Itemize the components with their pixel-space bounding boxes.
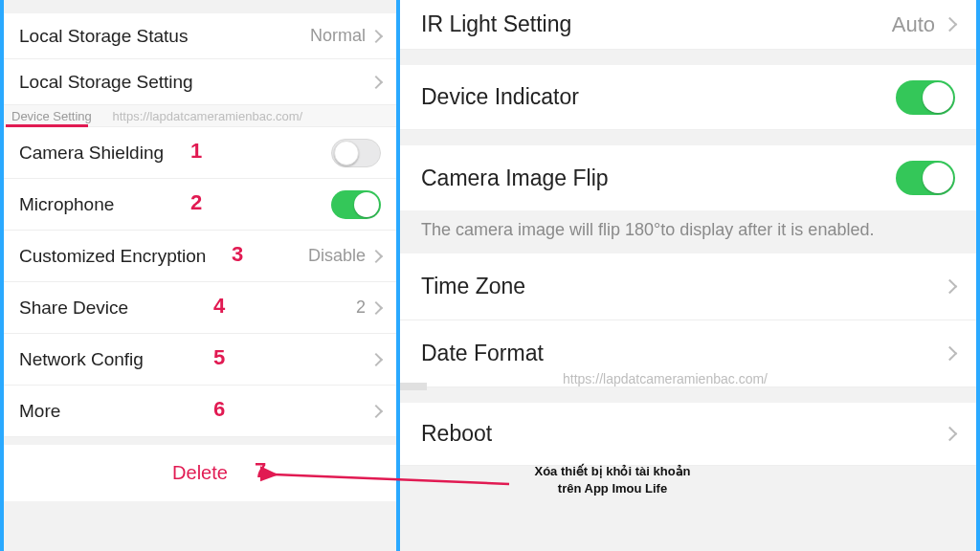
watermark-text: https://lapdatcameramienbac.com/ [112,109,302,123]
customized-encryption-label: Customized Encryption [19,246,206,267]
more-row[interactable]: More 6 [4,386,396,437]
camera-shielding-row[interactable]: Camera Shielding 1 [4,127,396,179]
gap [4,437,396,445]
network-config-row[interactable]: Network Config 5 [4,334,396,386]
date-format-label: Date Format [421,341,544,366]
annotation-number: 4 [213,294,225,319]
microphone-row[interactable]: Microphone 2 [4,179,396,231]
time-zone-row[interactable]: Time Zone [400,253,976,320]
gap [400,387,976,403]
annotation-line1: Xóa thiết bị khỏi tài khoản [534,464,690,478]
device-indicator-toggle[interactable] [896,80,955,115]
delete-button[interactable]: Delete 7 [4,445,396,501]
device-setting-section-header: Device Setting https://lapdatcameramienb… [4,105,396,127]
device-indicator-row[interactable]: Device Indicator [400,65,976,130]
chevron-right-icon [943,427,958,442]
annotation-number: 3 [232,242,243,267]
annotation-caption: Xóa thiết bị khỏi tài khoản trên App Imo… [507,463,718,496]
chevron-right-icon [943,17,958,33]
share-device-label: Share Device [19,298,128,319]
reboot-label: Reboot [421,421,492,447]
camera-image-flip-row[interactable]: Camera Image Flip [400,145,976,210]
chevron-right-icon [369,249,383,262]
annotation-number: 2 [190,190,202,215]
local-storage-status-row[interactable]: Local Storage Status Normal [4,13,396,59]
microphone-label: Microphone [19,194,114,215]
chevron-right-icon [369,29,383,42]
network-config-label: Network Config [19,349,144,370]
chevron-right-icon [369,300,383,314]
camera-image-flip-toggle[interactable] [896,161,955,195]
watermark-text: https://lapdatcameramienbac.com/ [563,371,768,386]
decorative-notch [400,383,427,390]
gap [4,0,396,13]
annotation-number: 5 [213,345,225,370]
camera-image-flip-helper: The camera image will flip 180°to displa… [400,210,976,253]
local-storage-status-value: Normal [310,26,366,46]
camera-shielding-toggle[interactable] [331,139,381,167]
local-storage-setting-row[interactable]: Local Storage Setting [4,59,396,105]
local-storage-status-label: Local Storage Status [19,26,188,47]
chevron-right-icon [369,352,383,365]
left-panel: Local Storage Status Normal Local Storag… [0,0,400,551]
camera-shielding-label: Camera Shielding [19,143,164,164]
share-device-row[interactable]: Share Device 4 2 [4,282,396,334]
delete-label: Delete [172,462,228,483]
more-label: More [19,401,60,422]
reboot-row[interactable]: Reboot [400,403,976,466]
ir-light-setting-label: IR Light Setting [421,11,571,37]
annotation-line2: trên App Imou Life [558,481,667,496]
gap [400,130,976,145]
customized-encryption-row[interactable]: Customized Encryption 3 Disable [4,231,396,282]
annotation-number: 6 [213,397,225,422]
share-device-value: 2 [356,298,366,318]
chevron-right-icon [943,279,958,295]
section-title: Device Setting [11,109,92,123]
ir-light-setting-row[interactable]: IR Light Setting Auto [400,0,976,50]
camera-image-flip-label: Camera Image Flip [421,165,609,191]
gap [400,50,976,65]
local-storage-setting-label: Local Storage Setting [19,72,193,93]
chevron-right-icon [369,404,383,417]
microphone-toggle[interactable] [331,190,381,219]
customized-encryption-value: Disable [308,246,366,266]
annotation-number: 1 [190,139,202,164]
gap [4,501,396,551]
ir-light-setting-value: Auto [892,12,935,37]
device-indicator-label: Device Indicator [421,84,579,110]
chevron-right-icon [943,346,958,362]
chevron-right-icon [369,75,383,88]
annotation-number: 7 [255,458,266,483]
time-zone-label: Time Zone [421,274,525,299]
